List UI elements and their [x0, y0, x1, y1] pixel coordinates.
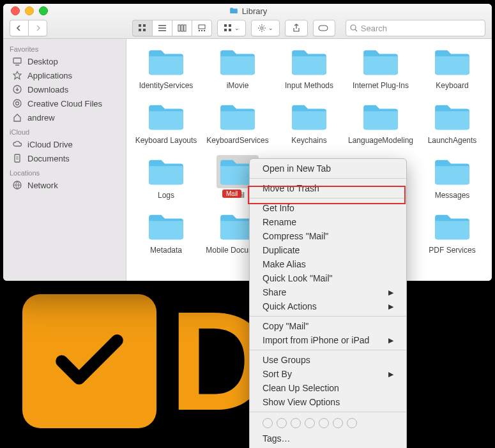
menu-item-rename[interactable]: Rename: [250, 215, 406, 229]
forward-button[interactable]: [28, 20, 47, 36]
menu-item-copy-mail[interactable]: Copy "Mail": [250, 319, 406, 333]
sidebar-item-creative-cloud-files[interactable]: Creative Cloud Files: [3, 96, 126, 110]
arrange-button[interactable]: ⌄: [217, 20, 246, 36]
menu-item-import-from-iphone-or-ipad[interactable]: Import from iPhone or iPad▶: [250, 333, 406, 347]
folder-item[interactable]: Input Methods: [273, 43, 345, 94]
menu-item-compress-mail[interactable]: Compress "Mail": [250, 229, 406, 243]
svg-point-20: [13, 100, 21, 107]
tag-color-dot[interactable]: [263, 418, 273, 428]
tag-color-dot[interactable]: [291, 418, 301, 428]
sidebar-item-icloud-drive[interactable]: iCloud Drive: [3, 137, 126, 151]
sidebar-item-label: iCloud Drive: [27, 140, 73, 149]
menu-item-clean-up-selection[interactable]: Clean Up Selection: [250, 381, 406, 395]
folder-item[interactable]: Messages: [416, 153, 488, 204]
folder-item[interactable]: Internet Plug-Ins: [345, 43, 416, 94]
window-title: Library: [53, 6, 443, 16]
back-button[interactable]: [10, 20, 28, 36]
sidebar-group-header: Locations: [3, 165, 126, 178]
zoom-window-button[interactable]: [39, 6, 48, 15]
column-view-button[interactable]: [172, 20, 192, 36]
selection-tag: Mail: [222, 190, 241, 198]
menu-item-get-info[interactable]: Get Info: [250, 201, 406, 215]
sidebar-item-label: Documents: [27, 154, 70, 163]
folder-item[interactable]: PDF Services: [416, 207, 488, 258]
tag-color-dot[interactable]: [277, 418, 287, 428]
menu-item-tags[interactable]: Tags…: [250, 431, 406, 445]
globe-icon: [12, 180, 22, 190]
folder-item[interactable]: Logs: [130, 153, 202, 204]
folder-item[interactable]: IdentityServices: [130, 43, 202, 94]
folder-label: IdentityServices: [139, 81, 194, 90]
sidebar-item-documents[interactable]: Documents: [3, 151, 126, 165]
close-window-button[interactable]: [11, 6, 20, 15]
menu-item-label: Quick Actions: [263, 301, 317, 311]
folder-item[interactable]: LaunchAgents: [416, 98, 488, 149]
menu-item-open-in-new-tab[interactable]: Open in New Tab: [250, 161, 406, 175]
search-placeholder: Search: [361, 24, 387, 33]
menu-item-label: Use Groups: [263, 355, 310, 365]
sidebar-item-label: Applications: [27, 71, 72, 80]
menu-item-use-groups[interactable]: Use Groups: [250, 353, 406, 367]
sidebar-item-applications[interactable]: Applications: [3, 68, 126, 82]
folder-icon: [432, 47, 472, 77]
menu-item-make-alias[interactable]: Make Alias: [250, 257, 406, 271]
cc-icon: [12, 98, 22, 108]
folder-item[interactable]: Keyboard Layouts: [130, 98, 202, 149]
folder-label: Input Methods: [285, 81, 333, 90]
share-button[interactable]: [285, 20, 307, 36]
folder-label: LanguageModeling: [348, 136, 413, 145]
menu-item-label: Move to Trash: [263, 183, 319, 193]
folder-label: Metadata: [150, 246, 182, 255]
menu-item-quick-actions[interactable]: Quick Actions▶: [250, 299, 406, 313]
sidebar-item-label: Creative Cloud Files: [27, 99, 102, 108]
svg-rect-2: [139, 29, 141, 31]
svg-point-21: [16, 102, 19, 105]
svg-rect-3: [143, 29, 146, 31]
tag-color-dot[interactable]: [319, 418, 329, 428]
search-input[interactable]: Search: [346, 20, 485, 36]
svg-rect-0: [139, 24, 141, 27]
folder-item[interactable]: LanguageModeling: [345, 98, 416, 149]
doc-icon: [12, 153, 22, 163]
menu-item-quick-look-mail[interactable]: Quick Look "Mail": [250, 271, 406, 285]
folder-label: Logs: [158, 191, 174, 200]
menu-item-label: Tags…: [263, 433, 291, 444]
folder-item[interactable]: Keychains: [273, 98, 345, 149]
icon-view-button[interactable]: [132, 20, 152, 36]
menu-item-sort-by[interactable]: Sort By▶: [250, 367, 406, 381]
svg-rect-16: [319, 26, 328, 31]
sidebar-item-andrew[interactable]: andrew: [3, 110, 126, 124]
folder-icon: [361, 101, 400, 132]
svg-rect-4: [178, 25, 180, 31]
list-view-button[interactable]: [152, 20, 172, 36]
minimize-window-button[interactable]: [25, 6, 34, 15]
svg-point-15: [261, 27, 263, 29]
sidebar-item-desktop[interactable]: Desktop: [3, 54, 126, 68]
tag-color-dot[interactable]: [305, 418, 315, 428]
sidebar-item-label: Network: [27, 181, 58, 190]
folder-label: Keyboard Layouts: [135, 136, 197, 145]
gallery-view-button[interactable]: [192, 20, 212, 36]
menu-tag-swatches[interactable]: [250, 415, 406, 431]
folder-icon: [432, 101, 472, 132]
sidebar-item-label: Desktop: [27, 57, 58, 66]
tag-color-dot[interactable]: [333, 418, 343, 428]
tag-color-dot[interactable]: [347, 418, 357, 428]
folder-item[interactable]: Metadata: [130, 207, 202, 258]
folder-icon: [146, 101, 186, 132]
menu-item-share[interactable]: Share▶: [250, 285, 406, 299]
action-button[interactable]: ⌄: [251, 20, 280, 36]
sidebar-item-downloads[interactable]: Downloads: [3, 82, 126, 96]
sidebar-item-network[interactable]: Network: [3, 178, 126, 192]
svg-rect-14: [229, 29, 231, 31]
svg-rect-1: [143, 24, 146, 27]
tags-button[interactable]: [313, 20, 335, 36]
menu-item-duplicate[interactable]: Duplicate: [250, 243, 406, 257]
menu-item-show-view-options[interactable]: Show View Options: [250, 395, 406, 409]
folder-item[interactable]: iMovie: [202, 43, 273, 94]
menu-item-move-to-trash[interactable]: Move to Trash: [250, 181, 406, 195]
folder-item[interactable]: Keyboard: [416, 43, 488, 94]
menu-item-label: Rename: [263, 217, 296, 227]
folder-item[interactable]: KeyboardServices: [202, 98, 273, 149]
menu-item-label: Quick Look "Mail": [263, 273, 333, 283]
